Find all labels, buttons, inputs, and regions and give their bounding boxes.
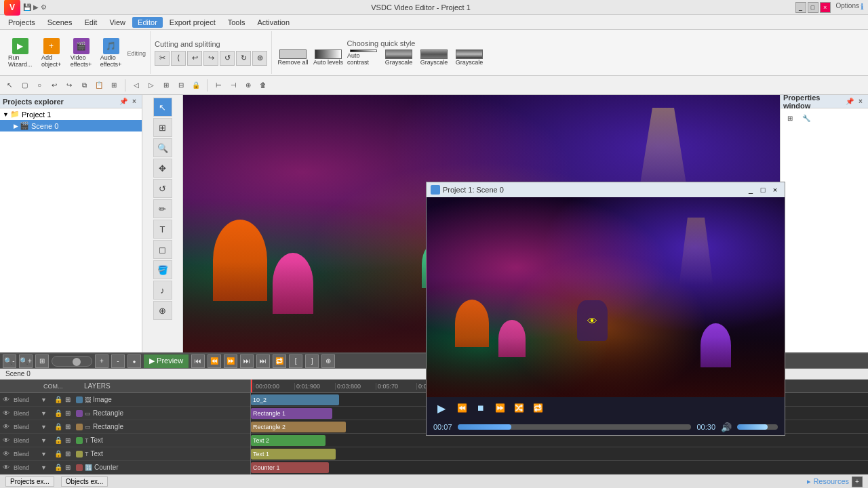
resources-add-btn[interactable]: +: [852, 476, 863, 487]
menu-editor[interactable]: Editor: [132, 17, 163, 28]
menu-tools[interactable]: Tools: [222, 17, 251, 28]
track-row-counter[interactable]: 👁 Blend ▼ 🔒 ⊞ 🔢 Counter: [0, 461, 250, 474]
grayscale-btn-1[interactable]: Grayscale: [382, 49, 416, 66]
cut-btn-5[interactable]: ↺: [220, 51, 235, 66]
cut-btn-2[interactable]: ⟨: [171, 51, 186, 66]
cut-btn-7[interactable]: ⊕: [252, 51, 267, 66]
menu-scenes[interactable]: Scenes: [42, 17, 78, 28]
tool-cursor[interactable]: ↖: [153, 98, 172, 117]
track-row-rect2[interactable]: 👁 Blend ▼ 🔒 ⊞ ▭ Rectangle: [0, 420, 250, 434]
cut-btn-6[interactable]: ↻: [236, 51, 251, 66]
tool-rotate[interactable]: ↺: [153, 179, 172, 198]
grayscale-btn-3[interactable]: Grayscale: [452, 49, 486, 66]
run-wizard-button[interactable]: ▶ RunWizard...: [5, 37, 35, 69]
tl-marker[interactable]: ⬥: [127, 354, 141, 368]
add-object-button[interactable]: + Addobject+: [38, 37, 65, 69]
tl-mark-in[interactable]: [: [289, 354, 302, 368]
tool-extra[interactable]: ⊕: [153, 301, 172, 320]
tl-expand[interactable]: +: [95, 354, 108, 368]
cut-btn-3[interactable]: ↩: [187, 51, 202, 66]
remove-all-style-btn[interactable]: Remove all: [276, 49, 310, 66]
tool-text[interactable]: T: [153, 220, 172, 239]
tl-zoom-out[interactable]: 🔍-: [3, 354, 16, 368]
fp-progress-bar[interactable]: [458, 424, 692, 430]
auto-contrast-btn[interactable]: Auto contrast: [347, 49, 380, 66]
tool-zoom[interactable]: 🔍: [153, 138, 172, 157]
fp-rewind-button[interactable]: ⏪: [455, 401, 469, 415]
properties-pin[interactable]: 📌: [845, 97, 854, 106]
objects-explorer-tab[interactable]: Objects ex...: [61, 476, 108, 487]
zoom-slider[interactable]: [52, 356, 92, 367]
fp-play-button[interactable]: ▶: [433, 400, 450, 416]
props-btn-1[interactable]: ⊞: [783, 111, 797, 125]
props-btn-2[interactable]: 🔧: [800, 111, 813, 125]
menu-view[interactable]: View: [104, 17, 131, 28]
track-row-text2[interactable]: 👁 Blend ▼ 🔒 ⊞ T Text: [0, 434, 250, 447]
st-move-left[interactable]: ◁: [130, 79, 143, 92]
clip-counter[interactable]: Counter 1: [251, 462, 329, 473]
st-group[interactable]: ⊞: [159, 79, 173, 92]
projects-explorer-pin[interactable]: 📌: [119, 97, 128, 106]
st-copy[interactable]: ⧉: [77, 79, 91, 92]
properties-close[interactable]: ×: [856, 97, 865, 106]
tool-pen[interactable]: ✏: [153, 199, 172, 218]
st-lock[interactable]: 🔒: [189, 79, 203, 92]
close-button[interactable]: ×: [820, 2, 831, 13]
menu-export[interactable]: Export project: [164, 17, 221, 28]
tool-crop[interactable]: ⊞: [153, 118, 172, 137]
audio-effects-button[interactable]: 🎵 Audioeffects+: [98, 37, 125, 69]
fp-close[interactable]: ×: [770, 184, 781, 195]
track-row-text1[interactable]: 👁 Blend ▼ 🔒 ⊞ T Text: [0, 447, 250, 461]
menu-activation[interactable]: Activation: [252, 17, 295, 28]
fp-stop-button[interactable]: ⏹: [474, 401, 488, 415]
clip-image[interactable]: 10_2: [251, 394, 339, 405]
st-select[interactable]: ▢: [18, 79, 31, 92]
st-align[interactable]: ⊞: [107, 79, 121, 92]
minimize-button[interactable]: _: [795, 2, 806, 13]
grayscale-btn-2[interactable]: Grayscale: [417, 49, 451, 66]
tl-mark-out[interactable]: ]: [305, 354, 319, 368]
fp-shuffle-button[interactable]: 🔀: [512, 401, 526, 415]
video-effects-button[interactable]: 🎬 Videoeffects+: [68, 37, 95, 69]
clip-text2[interactable]: Text 2: [251, 435, 326, 446]
clip-rect2[interactable]: Rectangle 2: [251, 422, 346, 432]
tool-music[interactable]: ♪: [153, 281, 172, 300]
fp-minimize[interactable]: _: [745, 184, 756, 195]
st-redo[interactable]: ↪: [62, 79, 76, 92]
tree-project1[interactable]: ▼ 📁 Project 1: [0, 108, 142, 120]
fp-maximize[interactable]: □: [757, 184, 768, 195]
st-delete[interactable]: 🗑: [256, 79, 270, 92]
fp-volume-bar[interactable]: [737, 424, 778, 430]
projects-explorer-close[interactable]: ×: [130, 97, 139, 106]
tl-skip-fwd[interactable]: ⏭: [256, 354, 270, 368]
tool-fill[interactable]: 🪣: [153, 260, 172, 279]
tl-zoom-in[interactable]: 🔍+: [19, 354, 33, 368]
st-split[interactable]: ⊕: [241, 79, 255, 92]
clip-rect1[interactable]: Rectangle 1: [251, 408, 332, 419]
cut-btn-1[interactable]: ✂: [155, 51, 170, 66]
st-trim-r[interactable]: ⊣: [226, 79, 240, 92]
fp-forward-button[interactable]: ⏩: [493, 401, 507, 415]
st-move-right[interactable]: ▷: [144, 79, 158, 92]
clip-text1[interactable]: Text 1: [251, 449, 336, 460]
tree-scene0[interactable]: ▶ 🎬 Scene 0: [0, 120, 142, 131]
tl-play[interactable]: ⏩: [224, 354, 237, 368]
tl-fit[interactable]: ⊞: [35, 354, 49, 368]
st-arrow[interactable]: ↖: [3, 79, 16, 92]
tl-start[interactable]: ⏮: [191, 354, 205, 368]
auto-levels-btn[interactable]: Auto levels: [311, 49, 345, 66]
track-row-rect1[interactable]: 👁 Blend ▼ 🔒 ⊞ ▭ Rectangle: [0, 407, 250, 420]
fp-repeat-button[interactable]: 🔁: [531, 401, 545, 415]
st-ungroup[interactable]: ⊟: [174, 79, 188, 92]
menu-projects[interactable]: Projects: [3, 17, 41, 28]
tl-extra[interactable]: ⊕: [321, 354, 335, 368]
resources-label[interactable]: ▸ Resources: [807, 477, 849, 486]
menu-edit[interactable]: Edit: [79, 17, 102, 28]
tl-shrink[interactable]: -: [111, 354, 125, 368]
preview-button[interactable]: ▶ Preview: [144, 354, 189, 368]
tl-loop[interactable]: 🔁: [273, 354, 286, 368]
maximize-button[interactable]: □: [808, 2, 818, 13]
st-paste[interactable]: 📋: [92, 79, 106, 92]
st-undo[interactable]: ↩: [47, 79, 61, 92]
st-circle[interactable]: ○: [33, 79, 46, 92]
